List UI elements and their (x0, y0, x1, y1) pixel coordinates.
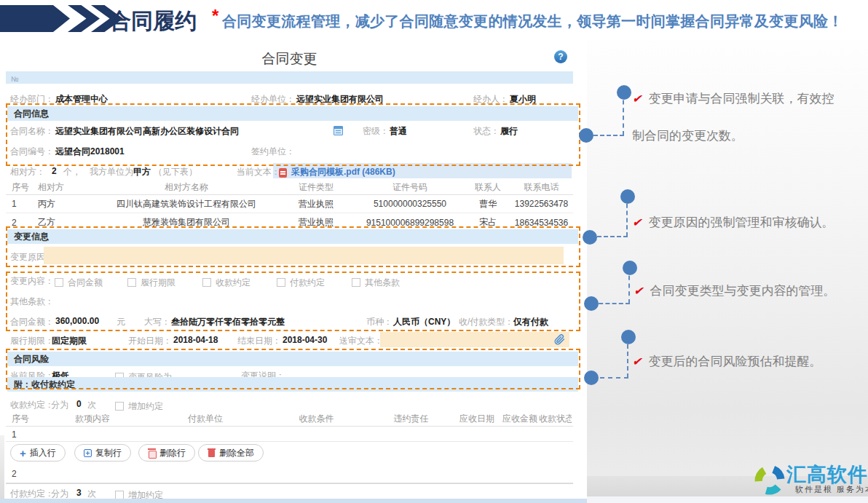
amount-label: 合同金额： (10, 316, 54, 328)
banner-asterisk: * (212, 6, 218, 26)
amount-unit: 元 (117, 316, 125, 328)
person-label: 经办人： (473, 93, 508, 106)
col-party: 相对方 (38, 181, 96, 194)
col-cert-no: 证件号码 (355, 181, 465, 194)
divider (6, 483, 573, 484)
annotation-text: ✔变更申请与合同强制关联，有效控制合同的变更次数。 (632, 80, 845, 154)
checkbox-label: 收款约定 (216, 277, 250, 288)
annotation-text: ✔变更原因的强制管理和审核确认。 (632, 214, 834, 231)
checkbox-label: 增加约定 (128, 401, 163, 411)
sign-unit-label: 签约单位： (251, 146, 295, 158)
cell: 丙方 (38, 198, 96, 210)
col-cert-type: 证件类型 (277, 181, 355, 194)
option-term[interactable]: 履行期限 (127, 275, 175, 289)
button-label: 删除行 (159, 447, 186, 459)
table-row[interactable]: 1 丙方 四川钛高建筑装饰设计工程有限公司 营业执照 5100000003255… (6, 195, 573, 213)
change-reason-textarea[interactable] (44, 247, 564, 264)
checkbox[interactable] (202, 278, 211, 287)
checkbox[interactable] (127, 278, 136, 287)
delete-all-button[interactable]: 删除全部 (198, 444, 264, 462)
cell: 510000000325550 (355, 199, 465, 209)
col-seq: 序号 (6, 413, 38, 425)
copy-row-button[interactable]: 复制行 (74, 444, 131, 462)
cell: 18634534536 (511, 218, 572, 228)
trash-all-icon (208, 448, 216, 457)
term-row: 履行期限： 固定期限 开始日期： 2018-04-18 结束日期： 2018-0… (6, 332, 573, 348)
col-status: 收款状态 (539, 413, 572, 425)
section-change-info: 变更信息 (7, 229, 578, 244)
section-payments: 附：收付款约定 (7, 377, 578, 392)
contract-name-value: 远望实业集团有限公司高新办公区装修设计合同 (55, 125, 239, 138)
other-terms-label: 其他条款： (10, 296, 54, 308)
pdf-icon[interactable] (279, 168, 287, 178)
review-text-input[interactable] (380, 332, 569, 347)
option-other[interactable]: 其他条款 (352, 275, 400, 289)
col-liability: 违约责任 (369, 413, 453, 425)
term-value: 固定期限 (52, 335, 87, 347)
annotation-label: 变更后的合同风险预估和提醒。 (648, 355, 821, 368)
secrecy-label: 密级： (363, 125, 389, 138)
amount-row: 合同金额： 360,000.00 元 大写： 叁拾陆万零仟零佰零拾零元整 币种：… (6, 314, 573, 328)
table-row[interactable]: 1 (6, 428, 573, 442)
connector-dot (623, 261, 637, 275)
end-date-label: 结束日期： (237, 335, 281, 347)
button-label: 复制行 (95, 447, 122, 459)
checkbox[interactable] (55, 278, 63, 287)
check-icon: ✔ (634, 285, 643, 297)
connector-dot (584, 296, 599, 311)
checkbox[interactable] (115, 402, 124, 411)
receive-count: 0 (76, 399, 82, 409)
col-due-date: 应收日期 (453, 413, 501, 425)
annotation-label: 变更原因的强制管理和审核确认。 (648, 215, 834, 229)
term-label: 履行期限： (10, 335, 54, 347)
help-icon[interactable]: ? (554, 50, 567, 63)
cell: 营业执照 (277, 216, 355, 229)
checkbox[interactable] (277, 278, 285, 287)
cell: 慧雅装饰集团有限公司 (96, 216, 277, 229)
cell: 1 (6, 429, 38, 440)
pay-row: 付款约定： 分为 3 次 增加约定 (6, 486, 573, 499)
add-agreement-option[interactable]: 增加约定 (115, 399, 163, 413)
document-number-bar: № (6, 71, 573, 84)
paperclip-icon[interactable] (554, 334, 565, 345)
table-row[interactable]: 2 (6, 466, 573, 482)
connector-dot (583, 230, 597, 245)
option-contract-amount[interactable]: 合同金额 (55, 275, 103, 289)
check-icon: ✔ (632, 92, 642, 105)
col-party-name: 相对方名称 (96, 181, 277, 194)
dept-label: 经办部门： (10, 93, 54, 106)
connector-dot (621, 330, 636, 344)
receive-label: 收款约定： (10, 399, 54, 411)
cell: 四川钛高建筑装饰设计工程有限公司 (96, 198, 277, 210)
option-receive[interactable]: 收款约定 (202, 275, 250, 289)
unit-value: 远望实业集团有限公司 (296, 93, 384, 106)
checkbox-label: 合同金额 (68, 277, 103, 288)
change-content-label: 变更内容： (10, 275, 54, 288)
check-icon: ✔ (632, 355, 642, 368)
col-item: 款项内容 (38, 413, 147, 425)
cell: 2 (6, 469, 38, 479)
caps-label: 大写： (144, 316, 170, 328)
payment-table-header: 序号 款项内容 付款单位 收款条件 违约责任 应收日期 应收金额 收款状态 (6, 412, 573, 427)
option-pay[interactable]: 付款约定 (277, 275, 325, 289)
connector-dot (617, 85, 631, 100)
current-text-label: 当前文本： (237, 166, 280, 178)
file-link[interactable]: 采购合同模板.pdf (486KB) (291, 166, 395, 178)
checkbox[interactable] (352, 278, 360, 287)
col-seq: 序号 (6, 181, 38, 194)
delete-row-button[interactable]: 删除行 (138, 444, 195, 462)
col-contact: 联系人 (465, 181, 511, 194)
connector-dot (579, 128, 593, 143)
unit-label: 经办单位： (251, 93, 295, 106)
dept-value: 成本管理中心 (55, 93, 108, 106)
vendor-logo-icon (754, 464, 785, 495)
review-text-label: 送审文本： (339, 335, 383, 347)
cell: 915100006899298598 (355, 218, 465, 228)
party-row: 相对方： 2 个， 我方单位为 甲方 （见下表） 当前文本： 采购合同模板.pd… (6, 163, 573, 178)
connector-dot (620, 189, 635, 204)
paytype-label: 收/付款类型： (459, 316, 513, 328)
insert-row-button[interactable]: + 插入行 (10, 444, 66, 462)
banner-chevron-icon (68, 5, 100, 32)
calendar-icon[interactable] (334, 126, 343, 135)
contract-code-label: 合同编号： (10, 146, 54, 158)
